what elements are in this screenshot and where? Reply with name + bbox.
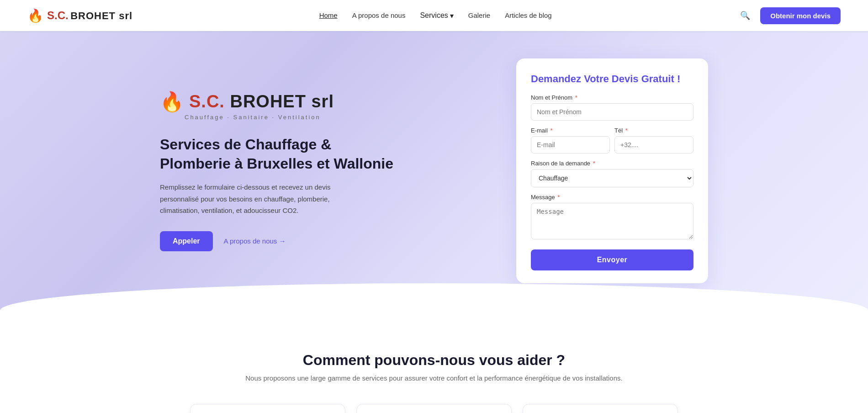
hero-actions: Appeler A propos de nous → (160, 231, 397, 251)
raison-select[interactable]: Chauffage Plomberie Ventilation Adouciss… (531, 169, 693, 187)
raison-label: Raison de la demande * (531, 160, 693, 167)
nav-link-about[interactable]: A propos de nous (352, 11, 406, 19)
devis-card: Demandez Votre Devis Gratuit ! Nom et Pr… (516, 58, 708, 283)
nav-links: Home A propos de nous Services ▾ Galerie… (319, 11, 552, 20)
nav-link-services[interactable]: Services ▾ (420, 11, 453, 20)
service-card-chauffage: Chauffage (190, 404, 345, 413)
email-group: E-mail * (531, 127, 610, 154)
hero-description: Remplissez le formulaire ci-dessous et r… (160, 181, 361, 217)
logo-name: BROHET srl (70, 10, 132, 21)
logo-abbr: S.C. (47, 9, 69, 21)
chevron-down-icon: ▾ (450, 11, 454, 20)
search-icon: 🔍 (740, 11, 750, 20)
raison-group: Raison de la demande * Chauffage Plomber… (531, 160, 693, 187)
service-card-plomberie: Plomberie (356, 404, 512, 413)
logo: 🔥 S.C. BROHET srl (27, 8, 132, 23)
hero-section: 🔥 S.C. BROHET srl Chauffage · Sanitaire … (0, 31, 868, 320)
nav-right: 🔍 Obtenir mon devis (738, 7, 841, 24)
nom-label: Nom et Prénom * (531, 94, 693, 101)
hero-logo: 🔥 S.C. BROHET srl Chauffage · Sanitaire … (160, 90, 397, 121)
nav-link-home[interactable]: Home (319, 11, 338, 19)
search-button[interactable]: 🔍 (738, 9, 752, 22)
nav-link-galerie[interactable]: Galerie (468, 11, 490, 19)
nom-group: Nom et Prénom * (531, 94, 693, 121)
hero-logo-top: 🔥 S.C. BROHET srl (160, 90, 334, 113)
hero-inner: 🔥 S.C. BROHET srl Chauffage · Sanitaire … (160, 58, 708, 283)
hero-title: Services de Chauffage & Plomberie à Brux… (160, 135, 397, 173)
tel-label: Tél * (614, 127, 693, 134)
services-section: Comment pouvons-nous vous aider ? Nous p… (0, 320, 868, 413)
hero-flame-icon: 🔥 (160, 90, 184, 113)
nav-link-blog[interactable]: Articles de blog (505, 11, 552, 19)
tel-group: Tél * (614, 127, 693, 154)
services-cards: Chauffage Plomberie Adouc (27, 404, 841, 413)
message-textarea[interactable] (531, 203, 693, 239)
email-input[interactable] (531, 136, 610, 154)
services-section-title: Comment pouvons-nous vous aider ? (27, 352, 841, 369)
cta-devis-button[interactable]: Obtenir mon devis (760, 7, 841, 24)
appeler-button[interactable]: Appeler (160, 231, 213, 251)
email-label: E-mail * (531, 127, 610, 134)
hero-left: 🔥 S.C. BROHET srl Chauffage · Sanitaire … (160, 90, 397, 251)
tel-input[interactable] (614, 136, 693, 154)
nom-required: * (573, 94, 577, 101)
service-card-adoucisseur: Adoucisseur CO2 (523, 404, 678, 413)
about-link[interactable]: A propos de nous → (224, 237, 286, 245)
email-tel-row: E-mail * Tél * (531, 127, 693, 160)
navbar: 🔥 S.C. BROHET srl Home A propos de nous … (0, 0, 868, 31)
hero-logo-subtitle: Chauffage · Sanitaire · Ventilation (185, 114, 321, 121)
hero-logo-name: S.C. BROHET srl (189, 92, 334, 111)
message-label: Message * (531, 194, 693, 201)
services-section-subtitle: Nous proposons une large gamme de servic… (27, 374, 841, 382)
envoyer-button[interactable]: Envoyer (531, 249, 693, 270)
nom-input[interactable] (531, 103, 693, 121)
message-group: Message * (531, 194, 693, 241)
logo-flame-icon: 🔥 (27, 8, 43, 23)
devis-title: Demandez Votre Devis Gratuit ! (531, 73, 693, 85)
logo-text-block: S.C. BROHET srl (47, 9, 132, 22)
